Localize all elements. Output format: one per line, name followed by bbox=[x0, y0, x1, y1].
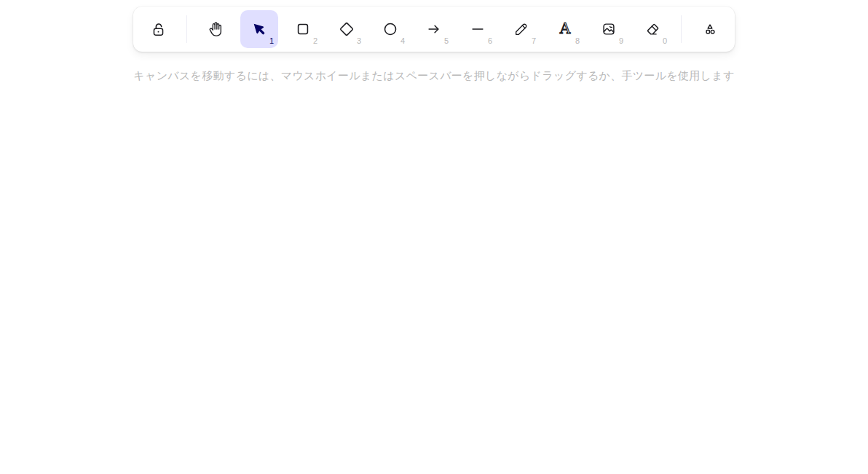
shortcut-label: 1 bbox=[269, 37, 274, 45]
shortcut-label: 3 bbox=[357, 37, 361, 45]
line-tool-button[interactable]: 6 bbox=[459, 10, 497, 48]
ellipse-icon bbox=[382, 21, 398, 37]
hand-tool-button[interactable] bbox=[197, 10, 234, 48]
arrow-tool-button[interactable]: 5 bbox=[415, 10, 453, 48]
shortcut-label: 8 bbox=[575, 37, 580, 45]
line-icon bbox=[470, 21, 486, 37]
shortcut-label: 0 bbox=[663, 37, 667, 45]
eraser-tool-button[interactable]: 0 bbox=[634, 10, 671, 48]
toolbar-island: 1 2 3 bbox=[133, 7, 735, 52]
shortcut-label: 5 bbox=[444, 37, 449, 45]
toolbar-divider bbox=[186, 15, 187, 43]
more-tools-button[interactable] bbox=[691, 10, 729, 48]
draw-tool-button[interactable]: 7 bbox=[502, 10, 540, 48]
text-icon: A bbox=[556, 20, 574, 38]
canvas-hint: キャンバスを移動するには、マウスホイールまたはスペースバーを押しながらドラッグす… bbox=[0, 68, 868, 82]
diamond-tool-button[interactable]: 3 bbox=[328, 10, 366, 48]
diamond-icon bbox=[339, 21, 355, 37]
eraser-icon bbox=[644, 21, 660, 37]
lock-tool-button[interactable] bbox=[139, 10, 177, 48]
selection-tool-button[interactable]: 1 bbox=[240, 10, 278, 48]
arrow-icon bbox=[426, 21, 442, 37]
shortcut-label: 2 bbox=[313, 37, 317, 45]
toolbar-divider bbox=[681, 15, 682, 43]
rectangle-icon bbox=[295, 21, 311, 37]
image-icon bbox=[601, 21, 617, 37]
shapes-icon bbox=[702, 21, 718, 37]
shortcut-label: 4 bbox=[401, 37, 405, 45]
rectangle-tool-button[interactable]: 2 bbox=[284, 10, 322, 48]
pencil-icon bbox=[513, 21, 529, 37]
unlock-icon bbox=[150, 21, 167, 38]
shortcut-label: 9 bbox=[619, 37, 623, 45]
text-tool-glyph: A bbox=[559, 20, 571, 37]
text-tool-button[interactable]: A 8 bbox=[546, 10, 584, 48]
shortcut-label: 6 bbox=[488, 37, 492, 45]
pointer-icon bbox=[251, 21, 267, 37]
shortcut-label: 7 bbox=[532, 37, 536, 45]
hand-icon bbox=[208, 21, 224, 37]
ellipse-tool-button[interactable]: 4 bbox=[371, 10, 409, 48]
excalidraw-app: 1 2 3 bbox=[0, 0, 868, 474]
image-tool-button[interactable]: 9 bbox=[590, 10, 628, 48]
